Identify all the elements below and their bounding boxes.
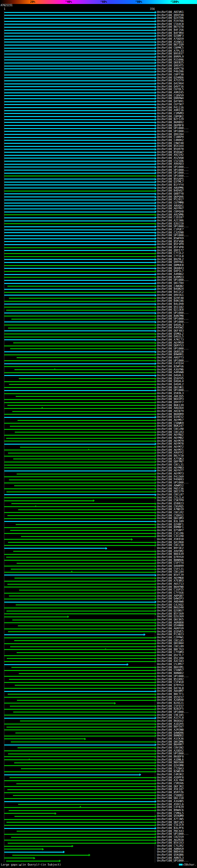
- alignment-bar[interactable]: [4, 602, 155, 602]
- alignment-bar[interactable]: [4, 98, 155, 99]
- alignment-bar[interactable]: [4, 848, 42, 849]
- alignment-bar[interactable]: [4, 786, 155, 787]
- alignment-bar[interactable]: [11, 667, 155, 668]
- alignment-bar[interactable]: [4, 164, 155, 165]
- alignment-bar[interactable]: [4, 363, 155, 364]
- alignment-bar[interactable]: [17, 473, 155, 474]
- alignment-bar[interactable]: [4, 774, 139, 775]
- alignment-bar[interactable]: [16, 524, 155, 525]
- alignment-bar[interactable]: [4, 280, 155, 281]
- alignment-bar[interactable]: [21, 768, 155, 769]
- alignment-bar[interactable]: [18, 747, 155, 748]
- alignment-bar[interactable]: [9, 679, 155, 680]
- alignment-bar[interactable]: [4, 402, 155, 403]
- alignment-bar[interactable]: [4, 622, 155, 623]
- alignment-bar[interactable]: [4, 262, 155, 263]
- alignment-bar[interactable]: [4, 560, 155, 561]
- alignment-bar[interactable]: [6, 557, 155, 558]
- alignment-bar[interactable]: [13, 795, 155, 796]
- alignment-bar[interactable]: [20, 447, 155, 448]
- alignment-bar[interactable]: [4, 209, 155, 209]
- alignment-bar[interactable]: [4, 277, 155, 278]
- alignment-bar[interactable]: [4, 581, 155, 582]
- alignment-bar[interactable]: [13, 712, 155, 713]
- alignment-bar[interactable]: [4, 247, 155, 248]
- alignment-bar[interactable]: [4, 819, 155, 820]
- alignment-bar[interactable]: [4, 158, 155, 159]
- alignment-bar[interactable]: [19, 673, 155, 674]
- alignment-bar[interactable]: [4, 554, 155, 555]
- alignment-bar[interactable]: [4, 304, 155, 305]
- alignment-bar[interactable]: [4, 274, 155, 275]
- alignment-bar[interactable]: [4, 664, 127, 665]
- alignment-bar[interactable]: [4, 217, 155, 218]
- alignment-bar[interactable]: [6, 491, 155, 492]
- alignment-bar[interactable]: [11, 319, 155, 320]
- alignment-bar[interactable]: [15, 685, 155, 686]
- alignment-bar[interactable]: [4, 289, 155, 290]
- alignment-bar[interactable]: [4, 366, 155, 367]
- alignment-bar[interactable]: [4, 81, 155, 81]
- alignment-bar[interactable]: [4, 351, 155, 352]
- alignment-bar[interactable]: [8, 753, 155, 754]
- alignment-bar[interactable]: [4, 250, 155, 251]
- alignment-bar[interactable]: [4, 730, 155, 731]
- alignment-bar[interactable]: [4, 497, 155, 498]
- alignment-bar[interactable]: [4, 110, 155, 111]
- alignment-bar[interactable]: [4, 21, 155, 22]
- alignment-bar[interactable]: [4, 12, 155, 13]
- alignment-bar[interactable]: [6, 310, 155, 311]
- alignment-bar[interactable]: [4, 521, 155, 522]
- alignment-bar[interactable]: [4, 441, 155, 441]
- alignment-bar[interactable]: [4, 661, 155, 662]
- alignment-bar[interactable]: [6, 861, 59, 862]
- alignment-bar[interactable]: [7, 286, 155, 287]
- alignment-bar[interactable]: [11, 741, 155, 742]
- alignment-bar[interactable]: [4, 292, 155, 293]
- alignment-bar[interactable]: [4, 423, 155, 424]
- alignment-bar[interactable]: [7, 584, 155, 585]
- alignment-bar[interactable]: [4, 670, 155, 671]
- alignment-bar[interactable]: [4, 161, 155, 162]
- alignment-bar[interactable]: [4, 608, 155, 609]
- alignment-bar[interactable]: [4, 613, 155, 614]
- alignment-bar[interactable]: [6, 822, 155, 823]
- alignment-bar[interactable]: [10, 426, 155, 427]
- hit-label[interactable]: UniRef100_UP1000...: [157, 859, 189, 863]
- alignment-bar[interactable]: [4, 548, 106, 549]
- alignment-bar[interactable]: [4, 36, 155, 37]
- alignment-bar[interactable]: [4, 212, 155, 213]
- alignment-bar[interactable]: [13, 551, 155, 552]
- alignment-bar[interactable]: [4, 256, 155, 257]
- alignment-bar[interactable]: [4, 107, 155, 108]
- alignment-bar[interactable]: [10, 706, 155, 707]
- alignment-bar[interactable]: [4, 54, 155, 55]
- alignment-bar[interactable]: [4, 191, 155, 191]
- alignment-bar[interactable]: [17, 357, 155, 358]
- alignment-bar[interactable]: [4, 30, 155, 31]
- alignment-bar[interactable]: [4, 483, 155, 484]
- alignment-bar[interactable]: [4, 745, 155, 745]
- alignment-bar[interactable]: [4, 715, 155, 716]
- alignment-bar[interactable]: [4, 125, 155, 126]
- alignment-bar[interactable]: [4, 122, 155, 123]
- alignment-bar[interactable]: [4, 86, 155, 87]
- alignment-bar[interactable]: [4, 182, 155, 183]
- alignment-bar[interactable]: [4, 813, 55, 814]
- alignment-bar[interactable]: [4, 682, 155, 683]
- alignment-bar[interactable]: [4, 316, 155, 316]
- alignment-bar[interactable]: [12, 411, 155, 412]
- alignment-bar[interactable]: [4, 232, 155, 233]
- alignment-bar[interactable]: [18, 420, 155, 421]
- alignment-bar[interactable]: [4, 750, 155, 751]
- alignment-bar[interactable]: [4, 295, 155, 296]
- alignment-bar[interactable]: [4, 339, 155, 340]
- alignment-bar[interactable]: [4, 66, 155, 66]
- alignment-bar[interactable]: [4, 57, 155, 58]
- alignment-bar[interactable]: [12, 855, 89, 856]
- alignment-bar[interactable]: [19, 590, 155, 591]
- alignment-bar[interactable]: [9, 384, 155, 385]
- alignment-bar[interactable]: [4, 63, 155, 63]
- alignment-bar[interactable]: [6, 438, 155, 439]
- alignment-bar[interactable]: [4, 101, 155, 102]
